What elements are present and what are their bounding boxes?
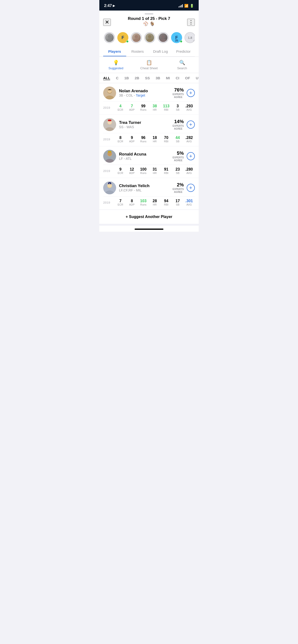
helmet-1: ↻ (104, 32, 115, 43)
pos-all[interactable]: ALL (102, 76, 111, 80)
helmet-7: 1.8 ↻ (185, 32, 195, 43)
player-name-3: Ronald Acuna (119, 152, 170, 157)
stats-row-3: 2019 9 ECR 12 ADP 100 Runs 31 HR 91 RBI (103, 164, 195, 178)
add-player-1-button[interactable]: + (187, 89, 195, 97)
svg-point-4 (148, 35, 152, 38)
player-name-4: Christian Yelich (119, 184, 170, 188)
subtab-search[interactable]: 🔍 Search (166, 59, 199, 72)
expert-agree-3: 5% EXPERTSAGREE (173, 150, 184, 162)
expert-agree-2: 14% EXPERTSAGREE (173, 119, 184, 130)
refresh-icon-4: ↻ (153, 40, 155, 43)
stat-avg-3: .280 AVG (183, 167, 195, 174)
close-button[interactable]: ✕ (103, 19, 111, 26)
pos-1b[interactable]: 1B (123, 76, 130, 80)
player-card-3: Ronald Acuna LF - ATL 5% EXPERTSAGREE + … (99, 146, 199, 178)
stats-row-1: 2019 4 ECR 7 ADP 99 Runs 38 HR 113 RBI (103, 101, 195, 114)
online-dot-6 (180, 40, 182, 43)
svg-rect-21 (108, 151, 111, 152)
tab-predictor[interactable]: Predictor (172, 46, 195, 56)
svg-text:M: M (109, 183, 110, 184)
pos-c[interactable]: C (115, 76, 119, 80)
player-card-4: M Christian Yelich LF,CF,RF - MIL 2% EXP… (99, 178, 199, 210)
search-label: Search (177, 66, 187, 70)
player-info-1: Nolan Arenado 3B - COL - Target (119, 89, 170, 97)
pos-util[interactable]: Uti (195, 76, 199, 80)
stat-avg-4: .301 AVG (183, 199, 195, 206)
pos-of[interactable]: OF (184, 76, 191, 80)
helmet-3: ↻ (131, 32, 142, 43)
svg-point-5 (147, 38, 153, 42)
expert-agree-4: 2% EXPERTSAGREE (173, 182, 184, 194)
svg-rect-16 (108, 120, 111, 121)
home-indicator-area (99, 226, 199, 232)
status-icons: 📶 🔋 (179, 4, 194, 8)
stat-runs-1: 99 Runs (137, 104, 149, 111)
stat-adp-4: 8 ADP (126, 199, 138, 206)
add-player-3-button[interactable]: + (187, 152, 195, 160)
pos-ss[interactable]: SS (144, 76, 151, 80)
search-icon: 🔍 (179, 60, 185, 66)
cheatsheet-icon: 📋 (146, 60, 152, 66)
player-info-2: Trea Turner SS - WAS (119, 120, 170, 129)
stats-row-2: 2019 8 ECR 9 ADP 96 Runs 18 HR 70 RBI (103, 133, 195, 146)
refresh-icon-7: ↻ (193, 40, 195, 43)
stat-adp-2: 9 ADP (126, 136, 138, 143)
status-time: 2:47 ▶ (104, 4, 115, 8)
stat-ecr-3: 9 ECR (115, 167, 126, 174)
stat-sb-2: 44 SB (172, 136, 184, 143)
pos-ci[interactable]: CI (175, 76, 180, 80)
stat-rbi-3: 91 RBI (161, 167, 172, 174)
stat-ecr-2: 8 ECR (115, 136, 126, 143)
pos-mi[interactable]: MI (165, 76, 171, 80)
stat-hr-4: 28 HR (149, 199, 161, 206)
pick-item-4[interactable]: ↻ (143, 32, 156, 43)
pick-item-7[interactable]: 1.8 ↻ (184, 32, 195, 43)
player-name-1: Nolan Arenado (119, 89, 170, 94)
pick-item-3[interactable]: ↻ (130, 32, 142, 43)
stat-hr-1: 38 HR (149, 104, 161, 111)
subtab-suggested[interactable]: 💡 Suggested (99, 59, 132, 72)
player-pos-1: 3B - COL - Target (119, 94, 170, 97)
svg-point-3 (133, 38, 139, 42)
pick-item-2[interactable]: F (117, 32, 129, 43)
tab-draftlog[interactable]: Draft Log (149, 46, 172, 56)
suggested-label: Suggested (108, 66, 123, 70)
drag-handle[interactable] (145, 14, 153, 14)
refresh-icon-3: ↻ (139, 40, 141, 43)
wifi-icon: 📶 (184, 4, 188, 8)
pick-item-5[interactable]: ↻ (157, 32, 169, 43)
player-pos-3: LF - ATL (119, 157, 170, 160)
svg-point-0 (108, 35, 111, 38)
more-button[interactable]: ⋮ (187, 19, 195, 26)
stat-avg-2: .282 AVG (183, 136, 195, 143)
header-top: ✕ Round 1 of 25 - Pick 7 ⚾ 🐐 ⋮ (103, 16, 195, 28)
tab-players[interactable]: Players (103, 46, 126, 56)
pick-item-1[interactable]: ↻ (103, 32, 116, 43)
add-player-2-button[interactable]: + (187, 120, 195, 129)
stat-rbi-2: 70 RBI (161, 136, 172, 143)
stats-row-4: 2019 7 ECR 8 ADP 103 Runs 28 HR 94 RBI (103, 196, 195, 210)
sub-tabs: 💡 Suggested 📋 Cheat Sheet 🔍 Search (99, 57, 199, 73)
stat-ecr-4: 7 ECR (115, 199, 126, 206)
player-photo-3 (103, 150, 116, 163)
player-photo-1 (103, 86, 116, 100)
cheatsheet-label: Cheat Sheet (140, 66, 158, 70)
pos-3b[interactable]: 3B (155, 76, 161, 80)
helmet-5: ↻ (158, 32, 169, 43)
suggest-player-button[interactable]: + Suggest Another Player (99, 210, 199, 224)
round-title: Round 1 of 25 - Pick 7 (111, 16, 187, 21)
refresh-icon-1: ↻ (112, 40, 114, 43)
player-name-2: Trea Turner (119, 120, 170, 125)
svg-point-2 (135, 35, 138, 38)
position-filter: ALL C 1B 2B SS 3B MI CI OF Uti ▶ (99, 73, 199, 83)
location-icon: ▶ (113, 4, 115, 8)
header: ✕ Round 1 of 25 - Pick 7 ⚾ 🐐 ⋮ ↻ F (99, 10, 199, 57)
tab-rosters[interactable]: Rosters (126, 46, 149, 56)
pos-2b[interactable]: 2B (134, 76, 140, 80)
add-player-4-button[interactable]: + (187, 184, 195, 192)
stat-runs-2: 96 Runs (137, 136, 149, 143)
suggested-icon: 💡 (113, 60, 119, 66)
battery-icon: 🔋 (190, 4, 194, 8)
pick-item-6[interactable]: F 25 (170, 32, 183, 43)
subtab-cheatsheet[interactable]: 📋 Cheat Sheet (132, 59, 166, 72)
